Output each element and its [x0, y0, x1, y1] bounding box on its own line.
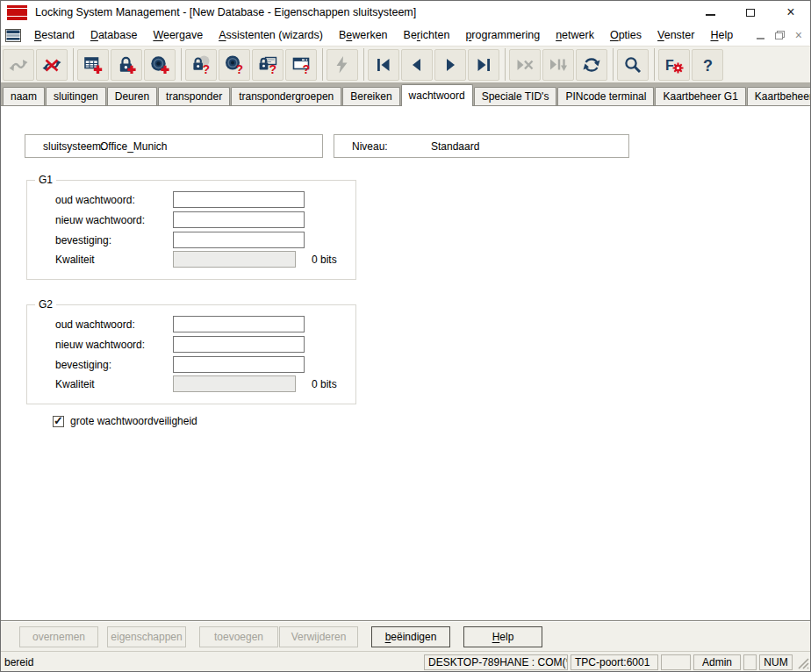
svg-text:?: ?	[203, 62, 211, 75]
delete-button[interactable]: Verwijderen	[279, 626, 358, 647]
tab-kaartbeheer-g2[interactable]: Kaartbeheer G2	[747, 87, 811, 105]
g1-old-password-label: oud wachtwoord:	[55, 194, 135, 206]
high-password-security-row: ✓ grote wachtwoordveiligheid	[53, 415, 197, 427]
level-box: Niveau: Standaard	[334, 134, 629, 158]
quit-button[interactable]: beëindigen	[371, 626, 450, 647]
tab-pincode-terminal[interactable]: PINcode terminal	[557, 87, 654, 105]
menu-bewerken[interactable]: Bewerken	[331, 29, 396, 41]
next-record-icon[interactable]	[434, 49, 466, 81]
previous-record-icon[interactable]	[401, 49, 433, 81]
g2-new-password-input[interactable]	[173, 336, 305, 353]
level-value: Standaard	[431, 140, 479, 153]
last-record-icon[interactable]	[468, 49, 499, 81]
tab-sluitingen[interactable]: sluitingen	[46, 87, 106, 105]
svg-text:?: ?	[303, 62, 311, 75]
find-transponder-icon[interactable]: ?	[219, 49, 250, 81]
toolbar-separator	[181, 48, 182, 81]
search-icon[interactable]	[617, 49, 649, 81]
program-lightning-icon[interactable]	[327, 49, 358, 81]
menu-opties[interactable]: Opties	[602, 29, 650, 41]
minimize-icon[interactable]	[690, 0, 730, 25]
new-transponder-icon[interactable]	[144, 49, 176, 81]
mdi-restore-icon[interactable]	[775, 31, 785, 39]
find-lock-icon[interactable]: ?	[185, 49, 217, 81]
first-record-icon[interactable]	[368, 49, 399, 81]
group-g1: G1 oud wachtwoord: nieuw wachtwoord: bev…	[26, 180, 356, 280]
status-bar: bereid DESKTOP-789HANE : COM(*) TPC-poor…	[0, 651, 811, 672]
menu-berichten[interactable]: Berichten	[396, 29, 458, 41]
group-g1-title: G1	[35, 174, 56, 186]
add-button[interactable]: toevoegen	[199, 626, 278, 647]
find-window-icon[interactable]: ?	[285, 49, 317, 81]
checkmark-icon: ✓	[54, 414, 63, 427]
mdi-window-controls: ×	[757, 29, 802, 41]
connect-icon[interactable]	[3, 49, 34, 81]
apply-button[interactable]: overnemen	[19, 626, 98, 647]
toolbar-separator	[505, 48, 506, 81]
tab-bereiken[interactable]: Bereiken	[342, 87, 399, 105]
tab-speciale-tids[interactable]: Speciale TID's	[474, 87, 557, 105]
tab-wachtwoord[interactable]: wachtwoord	[401, 84, 473, 106]
g1-confirm-label: bevestiging:	[55, 234, 111, 247]
status-empty-panel-2	[743, 654, 757, 670]
tab-transpondergroepen[interactable]: transpondergroepen	[231, 87, 341, 105]
g1-new-password-input[interactable]	[173, 211, 305, 228]
g1-quality-bits: 0 bits	[312, 254, 337, 266]
disconnect-icon[interactable]	[36, 49, 68, 81]
app-logo-icon	[7, 5, 27, 20]
menu-netwerk[interactable]: netwerk	[548, 29, 602, 41]
menu-help[interactable]: Help	[702, 29, 741, 41]
resize-grip-icon[interactable]	[795, 654, 810, 670]
g2-old-password-input[interactable]	[173, 316, 305, 332]
help-icon[interactable]: ?	[692, 49, 723, 81]
g1-new-password-label: nieuw wachtwoord:	[55, 214, 145, 226]
status-port-panel: TPC-poort:6001	[571, 654, 658, 670]
g2-quality-label: Kwaliteit	[55, 378, 95, 390]
menu-database[interactable]: Database	[83, 29, 146, 41]
properties-button[interactable]: eigenschappen	[107, 626, 186, 647]
g2-confirm-label: bevestiging:	[55, 359, 111, 371]
status-empty-panel	[661, 654, 691, 670]
filter-settings-icon[interactable]: F	[658, 49, 690, 81]
svg-text:?: ?	[703, 56, 713, 74]
high-password-security-label: grote wachtwoordveiligheid	[70, 415, 197, 427]
help-button[interactable]: Help	[463, 626, 542, 647]
status-panels: DESKTOP-789HANE : COM(*) TPC-poort:6001 …	[424, 654, 810, 670]
refresh-icon[interactable]	[576, 49, 607, 81]
tab-deuren[interactable]: Deuren	[107, 87, 157, 105]
g2-confirm-input[interactable]	[173, 356, 305, 373]
status-host-panel: DESKTOP-789HANE : COM(*)	[424, 654, 568, 670]
new-matrix-icon[interactable]	[77, 49, 109, 81]
new-lock-icon[interactable]	[111, 49, 142, 81]
tab-transponder[interactable]: transponder	[158, 87, 230, 105]
tab-kaartbeheer-g1[interactable]: Kaartbeheer G1	[655, 87, 745, 105]
toolbar-separator	[613, 48, 614, 81]
menu-bestand[interactable]: Bestand	[26, 29, 83, 41]
menu-weergave[interactable]: Weergave	[145, 29, 211, 41]
menu-assistenten[interactable]: Assistenten (wizards)	[211, 29, 331, 41]
menu-programmering[interactable]: programmering	[457, 29, 548, 41]
tab-naam[interactable]: naam	[3, 87, 45, 105]
close-icon[interactable]: ×	[771, 0, 811, 25]
mdi-close-icon[interactable]: ×	[795, 29, 802, 41]
status-numlock-panel: NUM	[759, 654, 793, 670]
find-lock-card-icon[interactable]: ?	[252, 49, 283, 81]
g1-quality-meter	[173, 251, 296, 268]
high-password-security-checkbox[interactable]: ✓	[53, 416, 64, 427]
toolbar: ? ? ? ?	[0, 46, 811, 83]
locking-system-box: sluitsysteem: Office_Munich	[25, 134, 323, 158]
mdi-document-icon[interactable]	[5, 29, 21, 42]
toolbar-separator	[363, 48, 364, 81]
delete-record-icon[interactable]	[509, 49, 541, 81]
mdi-minimize-icon[interactable]	[757, 38, 764, 39]
maximize-icon[interactable]	[730, 0, 771, 25]
g2-old-password-label: oud wachtwoord:	[55, 318, 135, 331]
g1-confirm-input[interactable]	[173, 232, 305, 248]
g1-old-password-input[interactable]	[173, 191, 305, 208]
menu-venster[interactable]: Venster	[650, 29, 702, 41]
group-g2: G2 oud wachtwoord: nieuw wachtwoord: bev…	[26, 304, 356, 404]
g1-quality-label: Kwaliteit	[55, 254, 95, 266]
locking-system-value: Office_Munich	[100, 140, 167, 153]
insert-record-icon[interactable]	[542, 49, 574, 81]
level-label: Niveau:	[352, 140, 431, 153]
